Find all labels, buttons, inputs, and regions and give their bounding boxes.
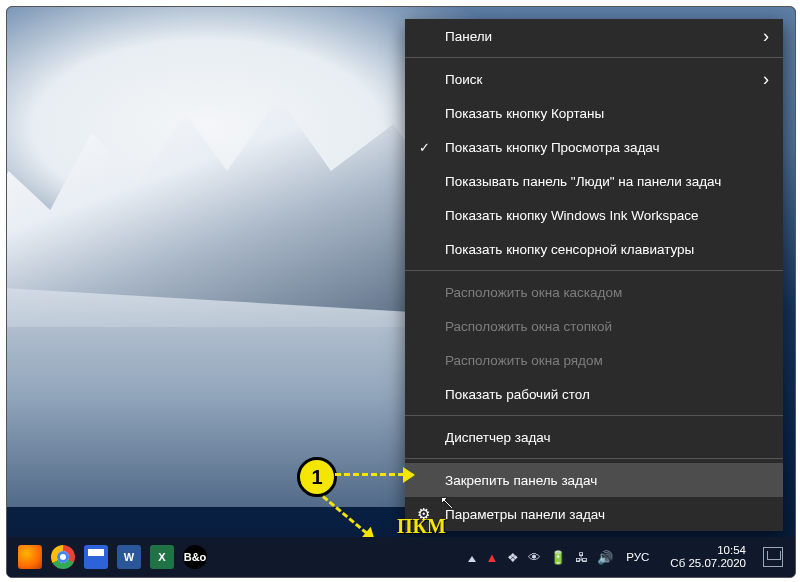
firefox-icon: [18, 545, 42, 569]
tray-overflow-chevron[interactable]: [468, 550, 476, 565]
tray-date: Сб 25.07.2020: [670, 557, 746, 570]
taskbar-app-excel[interactable]: X: [147, 542, 177, 572]
bang-olufsen-icon: B&o: [183, 545, 207, 569]
menu-item-17[interactable]: Параметры панели задач: [405, 497, 783, 531]
tray-icon-eye[interactable]: 👁: [528, 550, 541, 565]
tray-action-center-icon[interactable]: [763, 547, 783, 567]
taskbar-app-firefox[interactable]: [15, 542, 45, 572]
menu-item-0[interactable]: Панели: [405, 19, 783, 53]
menu-item-2[interactable]: Поиск: [405, 62, 783, 96]
annotation-badge: 1: [297, 457, 337, 497]
chrome-icon: [51, 545, 75, 569]
tray-icon-volume[interactable]: 🔊: [597, 550, 613, 565]
word-icon: W: [117, 545, 141, 569]
save-icon: [84, 545, 108, 569]
taskbar[interactable]: WXB&o ▲ ❖ 👁 🔋 🖧 🔊 РУС 10:54 Сб 25.07.202…: [7, 537, 795, 577]
menu-item-7[interactable]: Показать кнопку сенсорной клавиатуры: [405, 232, 783, 266]
taskbar-app-chrome[interactable]: [48, 542, 78, 572]
menu-separator: [405, 458, 783, 459]
menu-item-9: Расположить окна каскадом: [405, 275, 783, 309]
screenshot-frame: ПанелиПоискПоказать кнопку КортаныПоказа…: [6, 6, 796, 578]
menu-item-16[interactable]: Закрепить панель задач: [405, 463, 783, 497]
menu-item-5[interactable]: Показывать панель "Люди" на панели задач: [405, 164, 783, 198]
tray-icon-security[interactable]: ▲: [485, 550, 498, 565]
menu-item-3[interactable]: Показать кнопку Кортаны: [405, 96, 783, 130]
system-tray[interactable]: ▲ ❖ 👁 🔋 🖧 🔊 РУС 10:54 Сб 25.07.2020: [468, 544, 795, 570]
menu-item-12[interactable]: Показать рабочий стол: [405, 377, 783, 411]
menu-item-6[interactable]: Показать кнопку Windows Ink Workspace: [405, 198, 783, 232]
annotation-arrow-1: [335, 473, 413, 476]
taskbar-app-save[interactable]: [81, 542, 111, 572]
tray-icon-app[interactable]: ❖: [507, 550, 519, 565]
menu-item-10: Расположить окна стопкой: [405, 309, 783, 343]
taskbar-context-menu: ПанелиПоискПоказать кнопку КортаныПоказа…: [405, 19, 783, 531]
tray-icon-battery[interactable]: 🔋: [550, 550, 566, 565]
menu-separator: [405, 415, 783, 416]
menu-separator: [405, 270, 783, 271]
menu-item-14[interactable]: Диспетчер задач: [405, 420, 783, 454]
tray-icon-network[interactable]: 🖧: [575, 550, 588, 565]
tray-clock[interactable]: 10:54 Сб 25.07.2020: [662, 544, 754, 570]
taskbar-app-word[interactable]: W: [114, 542, 144, 572]
excel-icon: X: [150, 545, 174, 569]
menu-item-11: Расположить окна рядом: [405, 343, 783, 377]
tray-language[interactable]: РУС: [622, 551, 653, 563]
annotation-label: ПКМ: [397, 515, 446, 538]
taskbar-app-bang-olufsen[interactable]: B&o: [180, 542, 210, 572]
menu-separator: [405, 57, 783, 58]
menu-item-4[interactable]: Показать кнопку Просмотра задач: [405, 130, 783, 164]
tray-time: 10:54: [717, 544, 746, 557]
taskbar-apps: WXB&o: [7, 542, 210, 572]
